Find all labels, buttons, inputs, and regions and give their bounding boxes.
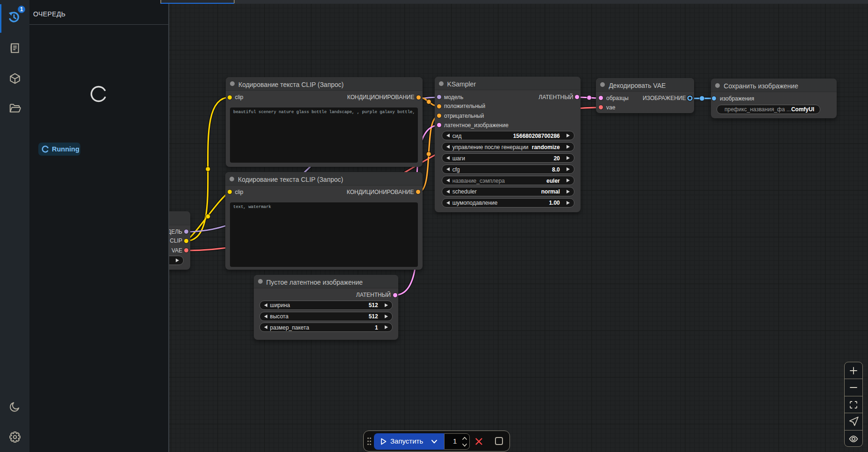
svg-text:1: 1	[20, 6, 23, 13]
